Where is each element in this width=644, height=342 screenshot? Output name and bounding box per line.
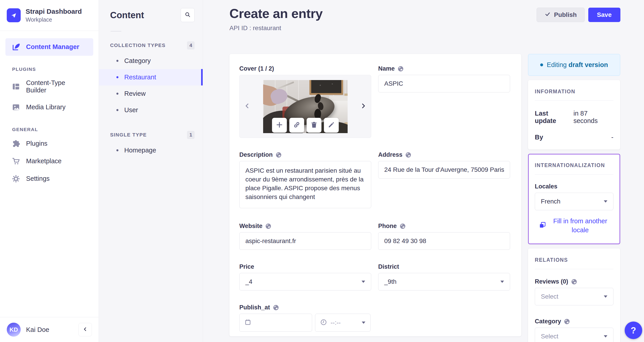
- publish-button[interactable]: Publish: [536, 8, 584, 22]
- entry-form-card: Cover (1 / 2): [230, 54, 521, 336]
- sidebar-item-label: Media Library: [26, 103, 66, 111]
- cover-field: Cover (1 / 2): [239, 65, 371, 138]
- description-label: Description: [239, 151, 273, 158]
- pencil-icon: [328, 121, 335, 130]
- check-icon: [544, 11, 551, 19]
- subnav-item-label: Restaurant: [124, 74, 156, 81]
- draft-status-text: Editing draft version: [547, 61, 608, 69]
- collapse-sidebar-button[interactable]: [78, 323, 92, 336]
- globe-icon: [405, 152, 412, 158]
- clock-icon: [320, 319, 327, 326]
- chevron-down-icon: [362, 281, 365, 283]
- single-type-count-badge: 1: [187, 131, 194, 139]
- name-input[interactable]: [378, 75, 510, 92]
- layout-grid-icon: [12, 82, 20, 91]
- subnav-item-label: User: [124, 106, 138, 114]
- subnav-item-homepage[interactable]: Homepage: [110, 142, 194, 159]
- edit-asset-button[interactable]: [324, 118, 339, 133]
- last-update-label: Last update: [535, 110, 571, 125]
- bullet-icon: [116, 109, 118, 111]
- copy-link-button[interactable]: [289, 118, 304, 133]
- cover-label: Cover (1 / 2): [239, 65, 274, 72]
- puzzle-icon: [12, 139, 20, 148]
- subnav-item-user[interactable]: User: [110, 102, 194, 118]
- chevron-left-icon: [82, 326, 88, 333]
- draft-status-version: draft version: [568, 61, 608, 68]
- feather-edit-icon: [12, 43, 20, 51]
- draft-status-prefix: Editing: [547, 61, 567, 68]
- website-input[interactable]: [239, 232, 371, 250]
- divider: [535, 101, 614, 101]
- copy-icon: [538, 221, 546, 230]
- image-icon: [12, 103, 20, 112]
- locale-select[interactable]: French: [535, 193, 614, 210]
- district-select-value: _9th: [384, 278, 500, 285]
- category-select[interactable]: Select: [535, 327, 614, 342]
- globe-icon: [273, 304, 279, 311]
- sidebar-item-settings[interactable]: Settings: [6, 170, 93, 188]
- entry-side-panel: Editing draft version Information Last u…: [528, 54, 620, 342]
- user-menu[interactable]: KD Kai Doe: [0, 317, 99, 342]
- question-mark-icon: ?: [631, 325, 636, 335]
- fill-from-locale-link[interactable]: Fill in from another locale: [535, 216, 614, 234]
- delete-asset-button[interactable]: [306, 118, 321, 133]
- subnav-divider: [110, 31, 121, 32]
- by-value: -: [611, 134, 614, 141]
- globe-icon: [398, 66, 404, 72]
- subnav-item-review[interactable]: Review: [110, 86, 194, 102]
- reviews-select[interactable]: Select: [535, 288, 614, 305]
- publish-date-value[interactable]: [255, 319, 307, 326]
- help-button[interactable]: ?: [625, 321, 642, 339]
- relations-title: Relations: [535, 257, 614, 263]
- phone-label: Phone: [378, 223, 397, 230]
- chevron-down-icon: [604, 295, 607, 298]
- by-label: By: [535, 134, 543, 141]
- address-input[interactable]: [378, 161, 510, 179]
- carousel-prev-button[interactable]: [242, 101, 252, 111]
- locale-select-value: French: [541, 198, 604, 205]
- bullet-icon: [116, 60, 118, 62]
- search-button[interactable]: [181, 8, 194, 22]
- subnav-item-restaurant[interactable]: Restaurant: [99, 69, 203, 86]
- publish-date-input[interactable]: [239, 314, 312, 332]
- sidebar-section-plugins: Plugins: [12, 67, 93, 72]
- sidebar-item-label: Marketplace: [26, 157, 62, 165]
- sidebar-item-content-manager[interactable]: Content Manager: [6, 38, 93, 56]
- carousel-next-button[interactable]: [358, 101, 368, 111]
- save-button[interactable]: Save: [588, 8, 620, 22]
- subnav-item-label: Review: [124, 90, 146, 97]
- subnav-item-label: Category: [124, 57, 151, 65]
- draft-status-banner: Editing draft version: [528, 54, 620, 76]
- subnav-item-category[interactable]: Category: [110, 53, 194, 69]
- sidebar-item-marketplace[interactable]: Marketplace: [6, 152, 93, 170]
- globe-icon: [400, 223, 406, 229]
- description-field: Description ASPIC est un restaurant pari…: [239, 151, 371, 209]
- workspace-name: Workplace: [26, 17, 82, 23]
- publish-at-field: Publish_at: [239, 304, 371, 332]
- workspace-switcher[interactable]: Strapi Dashboard Workplace: [0, 0, 99, 31]
- sidebar-item-content-type-builder[interactable]: Content-Type Builder: [6, 75, 93, 99]
- sidebar-item-plugins[interactable]: Plugins: [6, 135, 93, 152]
- avatar: KD: [7, 323, 21, 336]
- district-select[interactable]: _9th: [378, 273, 510, 290]
- sidebar-item-media-library[interactable]: Media Library: [6, 99, 93, 116]
- publish-time-value[interactable]: [330, 319, 358, 326]
- bullet-icon: [116, 93, 118, 95]
- locales-label: Locales: [535, 183, 614, 190]
- address-field: Address: [378, 151, 510, 179]
- phone-input[interactable]: [378, 232, 510, 250]
- add-asset-button[interactable]: [272, 118, 287, 133]
- divider: [535, 269, 614, 269]
- globe-icon: [571, 279, 577, 285]
- description-textarea[interactable]: ASPIC est un restaurant parisien situé a…: [239, 161, 371, 208]
- price-select[interactable]: _4: [239, 273, 371, 290]
- status-dot-icon: [540, 63, 543, 66]
- publish-time-input[interactable]: [315, 314, 370, 332]
- content-subnav: Content Collection Types 4 Category Rest…: [99, 0, 203, 342]
- reviews-select-placeholder: Select: [541, 293, 604, 300]
- chevron-right-icon: [360, 102, 367, 111]
- fill-from-locale-label: Fill in from another locale: [551, 216, 610, 234]
- subnav-item-label: Homepage: [124, 147, 156, 154]
- name-field: Name: [378, 65, 510, 92]
- api-id-subtitle: API ID : restaurant: [230, 25, 323, 32]
